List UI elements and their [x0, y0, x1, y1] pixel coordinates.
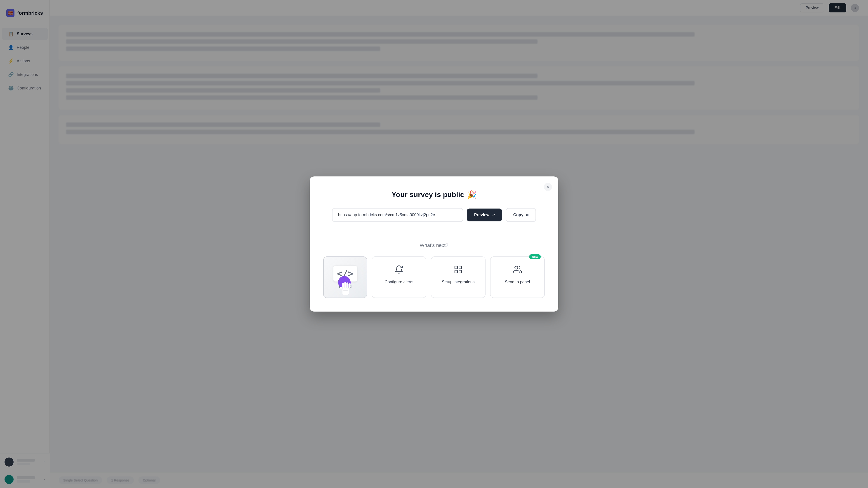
copy-icon: ⧉	[526, 213, 528, 217]
modal-title-emoji: 🎉	[467, 190, 476, 199]
what-next-title: What's next?	[323, 242, 545, 248]
embed-illustration: </> Embed	[324, 257, 367, 297]
svg-rect-12	[455, 266, 458, 269]
survey-url-input[interactable]	[332, 208, 463, 222]
next-cards-row: </> Embed	[323, 256, 545, 298]
svg-point-11	[401, 267, 402, 268]
preview-button[interactable]: Preview ↗	[467, 208, 502, 221]
svg-rect-7	[343, 290, 348, 291]
external-link-icon: ↗	[492, 213, 495, 217]
url-row: Preview ↗ Copy ⧉	[323, 208, 545, 222]
integrations-card-icon	[454, 265, 463, 276]
copy-button-label: Copy	[513, 213, 524, 217]
modal-top-section: Your survey is public 🎉 Preview ↗ Copy ⧉	[310, 176, 558, 231]
alerts-label: Configure alerts	[384, 280, 413, 285]
panel-icon	[513, 265, 522, 276]
svg-rect-14	[455, 270, 458, 273]
modal-bottom-section: What's next? </> Embed	[310, 231, 558, 312]
copy-button[interactable]: Copy ⧉	[506, 208, 536, 222]
cursor-overlay	[334, 273, 357, 297]
svg-rect-13	[459, 266, 462, 269]
close-icon: ×	[547, 185, 549, 189]
modal-close-button[interactable]: ×	[544, 183, 552, 191]
svg-rect-4	[346, 283, 348, 288]
modal-title: Your survey is public 🎉	[323, 190, 545, 199]
next-card-integrations[interactable]: Setup integrations	[431, 256, 486, 298]
modal-title-text: Your survey is public	[392, 191, 464, 199]
svg-rect-5	[348, 283, 350, 288]
svg-rect-8	[343, 292, 347, 292]
integrations-label: Setup integrations	[442, 280, 474, 285]
next-card-panel[interactable]: New Send to panel	[490, 256, 545, 298]
preview-button-label: Preview	[474, 213, 489, 217]
svg-rect-6	[340, 287, 343, 289]
svg-point-16	[515, 266, 518, 269]
new-badge: New	[529, 254, 541, 259]
next-card-embed[interactable]: </> Embed	[323, 256, 367, 298]
svg-rect-15	[459, 270, 462, 273]
hand-cursor-svg	[334, 273, 357, 297]
modal-overlay: × Your survey is public 🎉 Preview ↗ Copy…	[0, 0, 868, 488]
next-card-alerts[interactable]: Configure alerts	[372, 256, 426, 298]
share-modal: × Your survey is public 🎉 Preview ↗ Copy…	[310, 176, 558, 312]
panel-label: Send to panel	[505, 280, 530, 285]
alerts-icon	[395, 265, 403, 276]
svg-rect-3	[344, 282, 346, 289]
